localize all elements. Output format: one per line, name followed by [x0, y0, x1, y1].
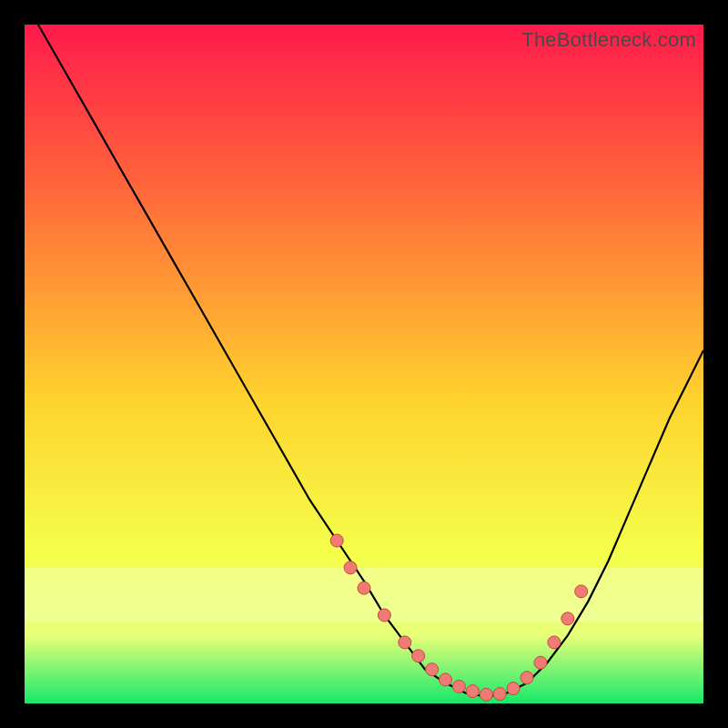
sample-point [399, 636, 411, 649]
sample-point [521, 672, 533, 684]
sample-point [493, 688, 506, 701]
bottleneck-chart [25, 25, 703, 703]
sample-point [378, 609, 390, 622]
sample-point [534, 656, 547, 669]
sample-point [358, 581, 370, 594]
sample-point [507, 682, 520, 695]
sample-point [440, 673, 452, 686]
sample-point [575, 585, 588, 598]
sample-point [426, 663, 439, 676]
watermark-text: TheBottleneck.com [521, 28, 696, 52]
sample-point [412, 650, 425, 662]
sample-point [344, 561, 357, 574]
sample-point [548, 636, 561, 649]
sample-point [452, 680, 465, 693]
sample-point [466, 685, 479, 698]
sample-point [330, 534, 343, 547]
sample-point [480, 688, 492, 701]
sample-point [561, 612, 574, 625]
chart-frame: TheBottleneck.com [25, 25, 703, 703]
